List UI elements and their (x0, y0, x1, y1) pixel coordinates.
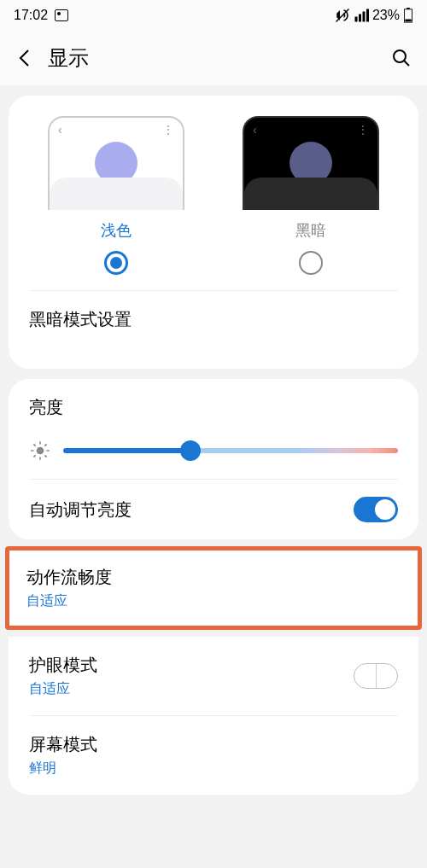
page-title: 显示 (48, 44, 376, 72)
light-preview: ‹⋮ (48, 116, 184, 210)
light-label: 浅色 (101, 220, 132, 241)
svg-rect-3 (405, 20, 411, 22)
dark-label: 黑暗 (295, 220, 326, 241)
auto-brightness-toggle[interactable] (354, 497, 398, 522)
svg-line-14 (44, 444, 46, 446)
status-bar: 17:02 23% (0, 0, 427, 31)
dark-mode-settings-row[interactable]: 黑暗模式设置 (9, 291, 418, 348)
brightness-label: 亮度 (29, 396, 398, 419)
theme-card: ‹⋮ 浅色 ‹⋮ 黑暗 黑暗模式设置 (9, 96, 418, 369)
battery-icon (403, 8, 413, 23)
screen-mode-row[interactable]: 屏幕模式 鲜明 (9, 716, 418, 795)
brightness-card: 亮度 自动调节亮度 (9, 379, 418, 539)
display-options-card: 护眼模式 自适应 屏幕模式 鲜明 (9, 637, 418, 795)
screen-mode-value: 鲜明 (29, 760, 97, 778)
svg-rect-2 (407, 8, 410, 9)
eye-comfort-row[interactable]: 护眼模式 自适应 (9, 637, 418, 715)
dark-mode-settings-label: 黑暗模式设置 (29, 308, 132, 331)
screen-mode-label: 屏幕模式 (29, 733, 97, 756)
auto-brightness-row[interactable]: 自动调节亮度 (9, 480, 418, 539)
slider-track[interactable] (63, 448, 398, 453)
sun-icon (29, 440, 51, 462)
light-radio[interactable] (104, 251, 128, 275)
theme-option-light[interactable]: ‹⋮ 浅色 (29, 116, 203, 275)
svg-line-5 (404, 61, 409, 66)
back-button[interactable] (14, 48, 34, 68)
motion-smoothness-label: 动作流畅度 (26, 566, 112, 589)
header: 显示 (0, 31, 427, 85)
vibrate-icon (335, 8, 350, 23)
slider-thumb[interactable] (180, 440, 201, 461)
signal-icon (354, 8, 369, 23)
battery-percent: 23% (372, 8, 400, 23)
motion-smoothness-row[interactable]: 动作流畅度 自适应 (9, 551, 418, 626)
auto-brightness-label: 自动调节亮度 (29, 498, 132, 521)
dark-radio[interactable] (299, 251, 323, 275)
svg-line-11 (33, 444, 35, 446)
motion-smoothness-value: 自适应 (26, 592, 112, 610)
svg-point-4 (394, 50, 406, 62)
svg-line-13 (33, 455, 35, 457)
eye-comfort-toggle[interactable] (354, 663, 398, 689)
theme-option-dark[interactable]: ‹⋮ 黑暗 (224, 116, 398, 275)
eye-comfort-value: 自适应 (29, 680, 97, 698)
eye-comfort-label: 护眼模式 (29, 654, 97, 677)
picture-icon (55, 9, 68, 21)
svg-point-6 (37, 447, 44, 455)
brightness-slider[interactable] (29, 440, 398, 462)
search-button[interactable] (389, 46, 413, 70)
svg-line-12 (44, 455, 46, 457)
motion-smoothness-highlight: 动作流畅度 自适应 (5, 546, 422, 630)
status-time: 17:02 (14, 8, 48, 23)
dark-preview: ‹⋮ (243, 116, 379, 210)
